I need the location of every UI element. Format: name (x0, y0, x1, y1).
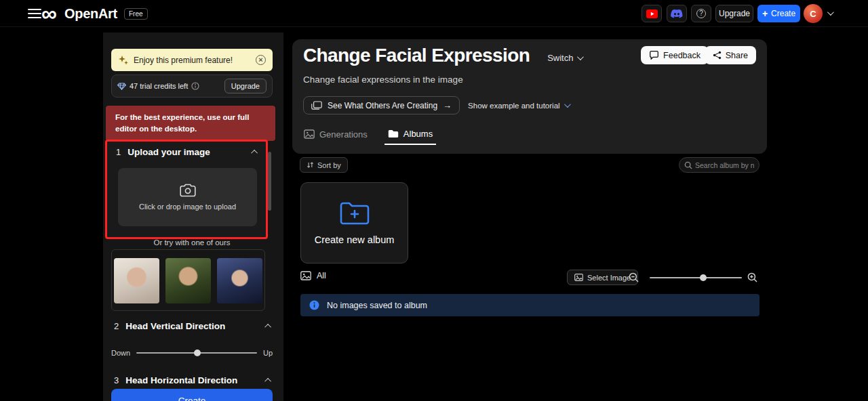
slider-handle[interactable] (194, 350, 201, 356)
youtube-button[interactable] (642, 5, 662, 22)
album-search[interactable] (679, 157, 760, 173)
question-icon: ? (696, 9, 706, 18)
discord-button[interactable] (667, 5, 687, 22)
upload-dropzone[interactable]: Click or drop image to upload (118, 168, 257, 226)
zoom-in-icon[interactable] (747, 272, 757, 282)
help-button[interactable]: ? (691, 5, 711, 22)
vertical-direction-section: 2 Head Vertical Direction (111, 317, 273, 334)
tab-label: Generations (319, 129, 368, 140)
sample-images (111, 249, 265, 311)
premium-banner: Enjoy this premium feature! × (111, 49, 273, 71)
section-title: Head Horizontal Direction (125, 375, 237, 385)
tab-albums[interactable]: Albums (384, 123, 436, 145)
create-album-card[interactable]: Create new album (300, 182, 408, 263)
switch-dropdown[interactable]: Switch (547, 53, 582, 63)
openart-logo-text[interactable]: OpenArt (64, 6, 117, 22)
close-icon[interactable]: × (256, 55, 266, 65)
folder-icon (388, 129, 399, 138)
slider-handle[interactable] (700, 274, 707, 281)
see-others-button[interactable]: See What Others Are Creating → (303, 96, 460, 114)
share-button[interactable]: Share (705, 46, 756, 64)
sparkle-icon (118, 55, 129, 66)
credits-card: 47 trial credits left Upgrade (111, 75, 273, 98)
title-row: Change Facial Expression Switch (303, 45, 582, 66)
arrow-right-icon: → (443, 100, 452, 110)
empty-album-banner: No images saved to album (300, 294, 760, 316)
chevron-up-icon[interactable] (264, 378, 271, 385)
page-subtitle: Change facial expressions in the image (303, 75, 463, 85)
select-image-label: Select Image (587, 274, 631, 282)
sample-image-3[interactable] (217, 258, 262, 303)
feedback-button[interactable]: Feedback (641, 46, 709, 64)
actions-row: See What Others Are Creating → Show exam… (303, 96, 569, 114)
show-example-label: Show example and tutorial (468, 102, 560, 110)
avatar[interactable]: C (804, 4, 823, 23)
horizontal-direction-section: 3 Head Horizontal Direction (111, 371, 273, 388)
zoom-out-icon[interactable] (629, 272, 639, 282)
section-title: Upload your image (127, 147, 210, 157)
camera-icon (180, 184, 196, 197)
info-icon (309, 300, 319, 310)
select-image-button[interactable]: Select Image (567, 270, 638, 285)
upgrade-button[interactable]: Upgrade (715, 5, 753, 22)
upload-hint: Click or drop image to upload (139, 203, 236, 211)
chevron-down-icon (577, 54, 584, 60)
slider-track[interactable] (136, 352, 257, 354)
search-input[interactable] (695, 161, 754, 169)
chevron-up-icon[interactable] (264, 324, 271, 331)
head-vertical-slider: Down Up (111, 344, 273, 362)
chevron-down-icon (564, 101, 571, 108)
info-icon (191, 82, 199, 90)
premium-banner-text: Enjoy this premium feature! (134, 56, 233, 65)
chevron-down-icon[interactable] (827, 9, 834, 16)
desktop-notice: For the best experience, use our full ed… (106, 106, 275, 141)
image-icon (304, 129, 315, 139)
sort-by-button[interactable]: Sort by (300, 157, 348, 173)
sort-by-label: Sort by (317, 161, 341, 169)
share-icon (713, 51, 722, 60)
chat-icon (649, 51, 659, 60)
vertical-direction-header[interactable]: 2 Head Vertical Direction (111, 317, 273, 334)
menu-icon[interactable] (28, 9, 41, 18)
page: ∞ OpenArt Free ? Upgrade + Create C Enjo… (0, 0, 868, 401)
feedback-label: Feedback (663, 51, 701, 60)
credits-label: 47 trial credits left (130, 82, 188, 90)
sort-icon (307, 161, 314, 169)
upload-section: 1 Upload your image Click or drop image … (105, 140, 268, 239)
filter-all-label: All (317, 271, 326, 280)
share-label: Share (726, 51, 748, 60)
sidebar-scrollbar[interactable] (268, 152, 271, 211)
see-others-label: See What Others Are Creating (328, 101, 437, 110)
tool-header-panel: Change Facial Expression Switch Feedback… (292, 39, 767, 154)
image-icon (300, 271, 311, 280)
folder-plus-icon (340, 201, 370, 226)
upload-section-header[interactable]: 1 Upload your image (107, 142, 266, 160)
tab-generations[interactable]: Generations (300, 123, 371, 145)
select-image-icon (574, 274, 583, 281)
empty-album-message: No images saved to album (327, 301, 427, 310)
sample-image-2[interactable] (165, 258, 211, 303)
images-stack-icon (311, 101, 322, 110)
thumbnail-size-slider[interactable] (650, 277, 742, 278)
generate-create-button[interactable]: Create (111, 389, 273, 401)
sample-image-1[interactable] (114, 258, 159, 303)
section-title: Head Vertical Direction (125, 321, 225, 331)
try-ours-label: Or try with one of ours (111, 238, 273, 247)
openart-logo-icon[interactable]: ∞ (41, 0, 57, 27)
credits-gem-icon (117, 83, 126, 90)
section-number: 2 (114, 321, 119, 331)
page-title: Change Facial Expression (303, 45, 530, 66)
tabs: Generations Albums (300, 123, 436, 145)
slider-min-label: Down (111, 349, 130, 357)
section-number: 3 (114, 375, 119, 385)
search-icon (684, 161, 692, 169)
filter-all[interactable]: All (300, 271, 326, 280)
show-example-toggle[interactable]: Show example and tutorial (468, 102, 569, 110)
section-number: 1 (116, 147, 121, 157)
upgrade-button-small[interactable]: Upgrade (224, 79, 267, 93)
horizontal-direction-header[interactable]: 3 Head Horizontal Direction (111, 371, 273, 388)
discord-icon (671, 9, 683, 18)
tab-label: Albums (403, 129, 433, 139)
create-button[interactable]: + Create (757, 5, 800, 22)
chevron-up-icon[interactable] (251, 150, 258, 156)
